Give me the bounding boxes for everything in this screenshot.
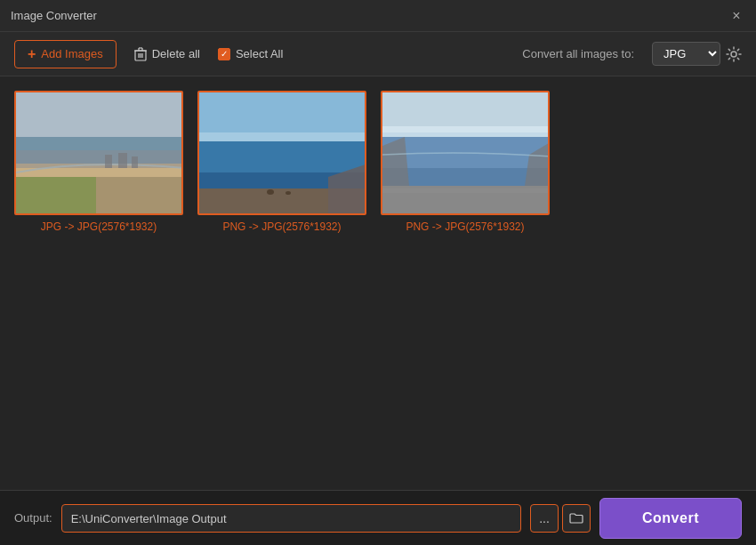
main-content: ✓ IMG_2919.JPG <box>0 76 756 490</box>
image-visual-2 <box>199 92 365 213</box>
svg-point-8 <box>731 52 736 57</box>
image-thumbnail-3 <box>382 92 548 213</box>
output-path-text: E:\UniConverter\Image Output <box>71 512 227 525</box>
image-thumbnail-2 <box>199 92 365 213</box>
select-all-button[interactable]: ✓ Select All <box>218 47 283 60</box>
bottom-bar: Output: E:\UniConverter\Image Output ...… <box>0 490 756 545</box>
image-thumb-1[interactable]: ✓ IMG_2919.JPG <box>14 91 183 215</box>
svg-point-25 <box>286 191 291 195</box>
settings-button[interactable] <box>726 46 742 62</box>
image-card: ✓ IMG_2890.PNG <box>197 91 366 233</box>
browse-dots-label: ... <box>539 511 550 525</box>
delete-all-label: Delete all <box>152 47 200 60</box>
select-all-checkbox: ✓ <box>218 48 230 60</box>
image-thumb-2[interactable]: ✓ IMG_2890.PNG <box>197 91 366 215</box>
svg-rect-18 <box>16 92 181 213</box>
add-images-label: Add Images <box>41 47 102 60</box>
conversion-label-2: PNG -> JPG(2576*1932) <box>222 220 341 233</box>
image-visual-3 <box>382 92 548 213</box>
conversion-label-1: JPG -> JPG(2576*1932) <box>41 220 157 233</box>
output-label: Output: <box>14 511 52 525</box>
image-thumb-3[interactable]: ✓ IMG_2894.PNG <box>381 91 550 215</box>
output-path-field[interactable]: E:\UniConverter\Image Output <box>61 504 521 533</box>
browse-button[interactable]: ... <box>530 504 559 533</box>
svg-rect-31 <box>382 188 548 193</box>
title-bar: Image Converter × <box>0 0 756 32</box>
add-images-button[interactable]: + Add Images <box>14 40 117 68</box>
trash-icon <box>134 47 147 61</box>
format-select-wrap: JPG PNG BMP TIFF GIF WEBP <box>652 42 742 66</box>
image-card: ✓ IMG_2894.PNG <box>381 91 550 233</box>
svg-point-24 <box>267 189 274 195</box>
toolbar: + Add Images Delete all ✓ Select All Con… <box>0 32 756 76</box>
images-row: ✓ IMG_2919.JPG <box>14 91 550 233</box>
gear-icon <box>726 46 742 62</box>
image-card: ✓ IMG_2919.JPG <box>14 91 183 233</box>
format-select[interactable]: JPG PNG BMP TIFF GIF WEBP <box>652 42 720 66</box>
image-thumbnail-1 <box>16 92 181 213</box>
conversion-label-3: PNG -> JPG(2576*1932) <box>406 220 524 233</box>
folder-buttons: ... <box>530 504 591 533</box>
app-title: Image Converter <box>11 9 97 22</box>
convert-all-label: Convert all images to: <box>522 47 634 60</box>
plus-icon: + <box>28 46 36 62</box>
convert-button[interactable]: Convert <box>599 498 742 539</box>
open-folder-button[interactable] <box>562 504 591 533</box>
svg-rect-27 <box>382 126 548 137</box>
select-all-label: Select All <box>236 47 283 60</box>
image-visual-1 <box>16 92 181 213</box>
delete-all-button[interactable]: Delete all <box>134 47 200 61</box>
folder-icon <box>569 512 583 525</box>
close-button[interactable]: × <box>728 7 745 25</box>
